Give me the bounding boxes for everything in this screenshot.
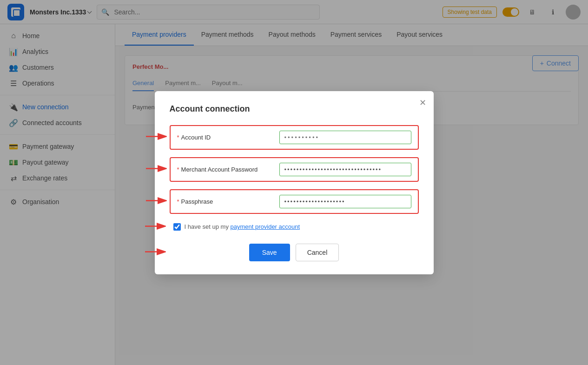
account-id-label: * Account ID: [177, 134, 279, 141]
setup-checkbox-label: I have set up my payment provider accoun…: [185, 223, 300, 230]
required-star: *: [177, 134, 179, 141]
account-connection-modal: Account connection ✕ * Account ID: [155, 91, 434, 274]
passphrase-field: * Passphrase: [170, 189, 419, 214]
arrow-account-id: [145, 131, 168, 144]
app-layout: Monsters Inc.1333 🔍 Showing test data 🖥 …: [0, 0, 588, 365]
save-button[interactable]: Save: [249, 244, 290, 261]
setup-confirmation-row: I have set up my payment provider accoun…: [170, 223, 419, 231]
account-id-input[interactable]: [279, 131, 411, 144]
account-id-field: * Account ID: [170, 125, 419, 150]
modal-title: Account connection: [170, 104, 419, 114]
merchant-password-field: * Merchant Account Password: [170, 157, 419, 182]
passphrase-label: * Passphrase: [177, 198, 279, 205]
cancel-button[interactable]: Cancel: [296, 244, 339, 261]
required-star-2: *: [177, 166, 179, 173]
merchant-password-label: * Merchant Account Password: [177, 166, 279, 173]
modal-overlay: Account connection ✕ * Account ID: [115, 24, 588, 365]
merchant-password-input[interactable]: [279, 163, 411, 176]
main-content: Payment providers Payment methods Payout…: [115, 24, 588, 365]
required-star-3: *: [177, 198, 179, 205]
payment-provider-account-link[interactable]: payment provider account: [231, 223, 300, 230]
passphrase-input[interactable]: [279, 195, 411, 208]
arrow-save: [144, 246, 167, 259]
arrow-passphrase: [145, 195, 168, 208]
main-area: ⌂ Home 📊 Analytics 👥 Customers ☰ Operati…: [0, 24, 588, 365]
arrow-checkbox: [144, 220, 167, 233]
setup-checkbox[interactable]: [173, 223, 181, 231]
modal-button-row: Save Cancel: [170, 244, 419, 261]
modal-close-button[interactable]: ✕: [419, 99, 426, 107]
arrow-merchant-password: [145, 163, 168, 176]
